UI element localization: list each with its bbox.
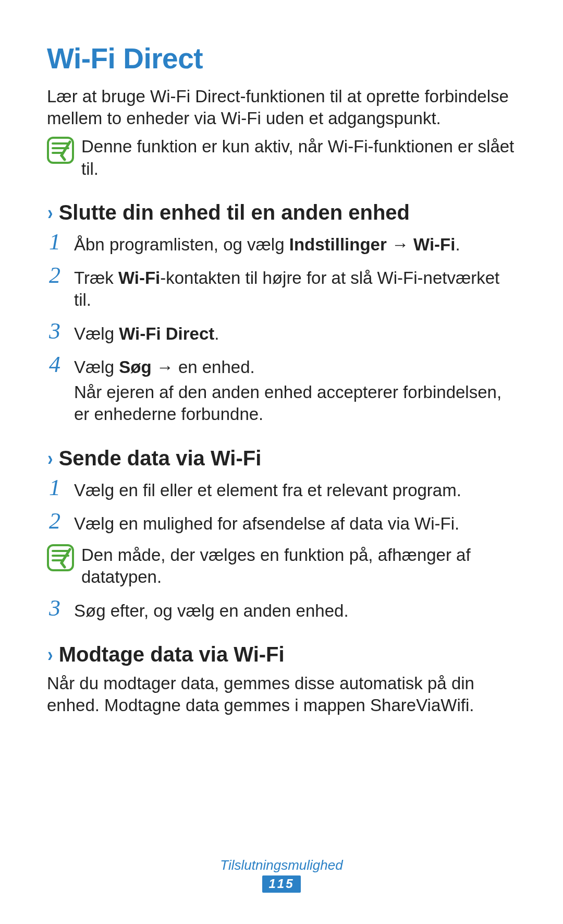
footer-section-name: Tilslutningsmulighed xyxy=(0,857,563,873)
chevron-icon: › xyxy=(47,203,53,223)
step-item: 2 Træk Wi-Fi-kontakten til højre for at … xyxy=(47,264,516,314)
step-item: 1 Åbn programlisten, og vælg Indstilling… xyxy=(47,231,516,259)
step-body: Vælg Søg → en enhed. Når ejeren af den a… xyxy=(74,353,516,429)
step-number: 1 xyxy=(47,476,63,499)
step-body: Vælg Wi-Fi Direct. xyxy=(74,320,516,348)
text: Vælg en mulighed for afsendelse af data … xyxy=(74,513,516,535)
steps-list: 1 Åbn programlisten, og vælg Indstilling… xyxy=(47,231,516,429)
step-body: Vælg en fil eller et element fra et rele… xyxy=(74,476,516,505)
text: Åbn programlisten, og vælg xyxy=(74,235,289,254)
step-number: 4 xyxy=(47,353,63,376)
bold-text: Indstillinger xyxy=(289,235,387,254)
text: Vælg xyxy=(74,357,119,377)
step-body: Søg efter, og vælg en anden enhed. xyxy=(74,597,516,625)
footer-page-number: 115 xyxy=(262,875,300,893)
step-body: Åbn programlisten, og vælg Indstillinger… xyxy=(74,231,516,259)
subsection-heading-connect: › Slutte din enhed til en anden enhed xyxy=(47,201,516,224)
step-item: 3 Vælg Wi-Fi Direct. xyxy=(47,320,516,348)
step-number: 1 xyxy=(47,231,63,254)
subsection-heading-receive: › Modtage data via Wi-Fi xyxy=(47,643,516,666)
step-number: 2 xyxy=(47,264,63,287)
step-item: 1 Vælg en fil eller et element fra et re… xyxy=(47,476,516,505)
chevron-icon: › xyxy=(47,645,53,665)
text: Vælg en fil eller et element fra et rele… xyxy=(74,479,516,501)
arrow-text: → xyxy=(152,357,178,377)
bold-text: Wi-Fi xyxy=(413,235,455,254)
note-text: Denne funktion er kun aktiv, når Wi-Fi-f… xyxy=(81,136,516,179)
step-extra-text: Når ejeren af den anden enhed accepterer… xyxy=(74,381,516,425)
text: . xyxy=(455,235,460,254)
subsection-heading-send: › Sende data via Wi-Fi xyxy=(47,447,516,470)
text: Søg efter, og vælg en anden enhed. xyxy=(74,600,516,622)
page-title: Wi-Fi Direct xyxy=(47,42,516,75)
arrow-text: → xyxy=(387,235,413,254)
text: Træk xyxy=(74,268,118,287)
note-text: Den måde, der vælges en funktion på, afh… xyxy=(81,543,516,588)
chevron-icon: › xyxy=(47,449,53,469)
text: . xyxy=(214,324,219,343)
subsection-title: Modtage data via Wi-Fi xyxy=(59,643,285,666)
step-item: 3 Søg efter, og vælg en anden enhed. xyxy=(47,597,516,625)
subsection-title: Sende data via Wi-Fi xyxy=(59,447,262,470)
bold-text: Wi-Fi xyxy=(118,268,160,287)
note-icon xyxy=(47,544,74,571)
note-icon xyxy=(47,137,74,164)
bold-text: Søg xyxy=(119,357,151,377)
step-item: 2 Vælg en mulighed for afsendelse af dat… xyxy=(47,510,516,538)
step-body: Træk Wi-Fi-kontakten til højre for at sl… xyxy=(74,264,516,314)
step-body: Vælg en mulighed for afsendelse af data … xyxy=(74,510,516,538)
subsection-title: Slutte din enhed til en anden enhed xyxy=(59,201,410,224)
bold-text: Wi-Fi Direct xyxy=(119,324,214,343)
document-page: Wi-Fi Direct Lær at bruge Wi-Fi Direct-f… xyxy=(0,0,563,924)
steps-list: 1 Vælg en fil eller et element fra et re… xyxy=(47,476,516,538)
body-paragraph: Når du modtager data, gemmes disse autom… xyxy=(47,673,516,716)
steps-list: 3 Søg efter, og vælg en anden enhed. xyxy=(47,597,516,625)
page-footer: Tilslutningsmulighed 115 xyxy=(0,857,563,893)
step-number: 3 xyxy=(47,597,63,620)
note-block: Denne funktion er kun aktiv, når Wi-Fi-f… xyxy=(47,136,516,179)
step-number: 2 xyxy=(47,510,63,533)
text: Vælg xyxy=(74,324,119,343)
step-item: 4 Vælg Søg → en enhed. Når ejeren af den… xyxy=(47,353,516,429)
text: en enhed. xyxy=(178,357,255,377)
step-number: 3 xyxy=(47,320,63,343)
note-block: Den måde, der vælges en funktion på, afh… xyxy=(47,543,516,588)
intro-paragraph: Lær at bruge Wi-Fi Direct-funktionen til… xyxy=(47,86,516,129)
